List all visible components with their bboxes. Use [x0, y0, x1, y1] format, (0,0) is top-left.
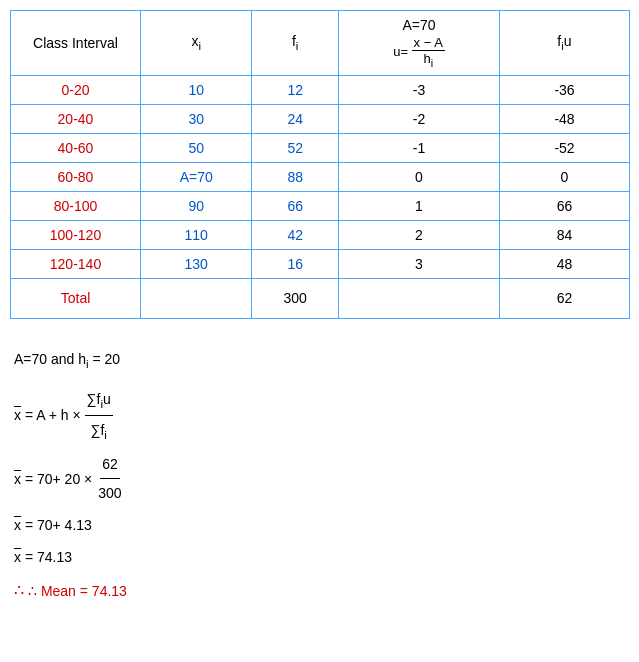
- formula-section: A=70 and hi = 20 x = A + h × ∑fiu ∑fi x …: [10, 337, 629, 607]
- u-cell: 2: [339, 220, 500, 249]
- xi-cell: A=70: [140, 162, 251, 191]
- table-row: 60-80 A=70 88 0 0: [11, 162, 630, 191]
- table-row: 0-20 10 12 -3 -36: [11, 75, 630, 104]
- xi-cell: 10: [140, 75, 251, 104]
- interval-cell: 40-60: [11, 133, 141, 162]
- table-row: 120-140 130 16 3 48: [11, 249, 630, 278]
- fi-cell: 52: [252, 133, 339, 162]
- u-cell: -1: [339, 133, 500, 162]
- col-fi-header: fi: [252, 11, 339, 76]
- formula-line-2: x = 70+ 20 × 62 300: [14, 450, 629, 507]
- fi-cell: 66: [252, 191, 339, 220]
- fiu-cell: 0: [499, 162, 629, 191]
- xi-cell-total: [140, 278, 251, 318]
- formula-fraction-1: ∑fiu ∑fi: [85, 385, 113, 446]
- col-xi-header: xi: [140, 11, 251, 76]
- interval-cell: 80-100: [11, 191, 141, 220]
- fiu-cell: -48: [499, 104, 629, 133]
- formula-line-3: x = 70+ 4.13: [14, 511, 629, 539]
- col-u-header-formula: u= x − A hi: [343, 35, 495, 69]
- fiu-cell: 66: [499, 191, 629, 220]
- interval-cell: 120-140: [11, 249, 141, 278]
- fiu-cell: -36: [499, 75, 629, 104]
- col-u-header: A=70 u= x − A hi: [339, 11, 500, 76]
- interval-cell-total: Total: [11, 278, 141, 318]
- interval-cell: 100-120: [11, 220, 141, 249]
- table-row: 40-60 50 52 -1 -52: [11, 133, 630, 162]
- interval-cell: 0-20: [11, 75, 141, 104]
- u-cell: 3: [339, 249, 500, 278]
- xi-cell: 30: [140, 104, 251, 133]
- col-u-header-a: A=70: [343, 17, 495, 33]
- u-cell: 0: [339, 162, 500, 191]
- therefore-symbol: ∴: [14, 575, 24, 607]
- table-body: 0-20 10 12 -3 -36 20-40 30 24 -2 -48 40-…: [11, 75, 630, 318]
- fi-cell: 12: [252, 75, 339, 104]
- fiu-cell: 48: [499, 249, 629, 278]
- xi-cell: 50: [140, 133, 251, 162]
- table-row: 80-100 90 66 1 66: [11, 191, 630, 220]
- interval-cell: 20-40: [11, 104, 141, 133]
- xi-cell: 110: [140, 220, 251, 249]
- fi-cell: 42: [252, 220, 339, 249]
- u-cell: -2: [339, 104, 500, 133]
- u-cell-total: [339, 278, 500, 318]
- table-header: Class Interval xi fi A=70 u= x − A hi: [11, 11, 630, 76]
- table-row: 100-120 110 42 2 84: [11, 220, 630, 249]
- formula-fraction-2: 62 300: [96, 450, 123, 507]
- formula-xbar-label: x = A + h ×: [14, 401, 81, 429]
- statistics-table: Class Interval xi fi A=70 u= x − A hi: [10, 10, 630, 319]
- table-row: 20-40 30 24 -2 -48: [11, 104, 630, 133]
- xi-cell: 130: [140, 249, 251, 278]
- interval-cell: 60-80: [11, 162, 141, 191]
- fi-cell: 88: [252, 162, 339, 191]
- fiu-cell-total: 62: [499, 278, 629, 318]
- mean-result: ∴ Mean = 74.13: [28, 577, 127, 605]
- fi-cell: 24: [252, 104, 339, 133]
- formula-line-4: x = 74.13: [14, 543, 629, 571]
- info-line: A=70 and hi = 20: [14, 345, 629, 375]
- col-fiu-header: fiu: [499, 11, 629, 76]
- fiu-cell: -52: [499, 133, 629, 162]
- u-cell: -3: [339, 75, 500, 104]
- fiu-cell: 84: [499, 220, 629, 249]
- formula-line-1: x = A + h × ∑fiu ∑fi: [14, 385, 629, 446]
- table-row-total: Total 300 62: [11, 278, 630, 318]
- col-class-interval-header: Class Interval: [11, 11, 141, 76]
- fi-cell: 16: [252, 249, 339, 278]
- formula-line-5: ∴ ∴ Mean = 74.13: [14, 575, 629, 607]
- u-cell: 1: [339, 191, 500, 220]
- xi-cell: 90: [140, 191, 251, 220]
- fi-cell-total: 300: [252, 278, 339, 318]
- formula-xbar-label2: x = 70+ 20 ×: [14, 465, 92, 493]
